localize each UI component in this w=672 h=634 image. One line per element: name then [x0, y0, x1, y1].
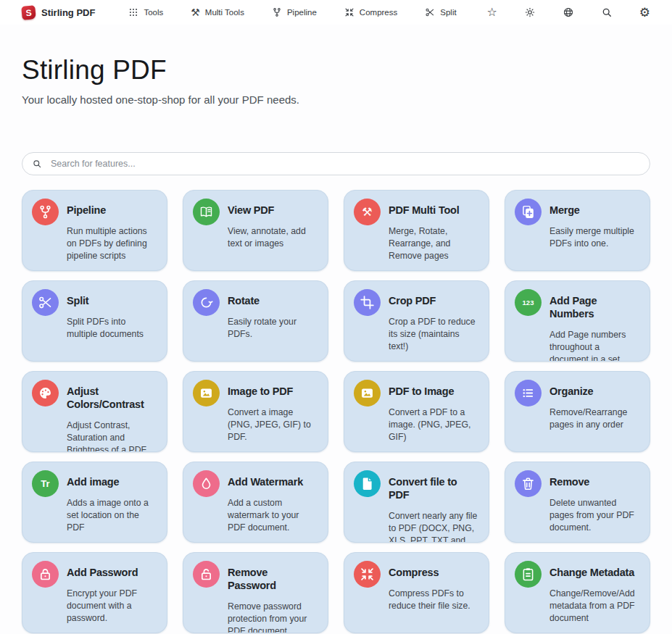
compress-icon — [354, 561, 381, 588]
search-input[interactable] — [49, 158, 640, 170]
sun-icon[interactable] — [524, 7, 536, 18]
tool-card-description: Encrypt your PDF document with a passwor… — [67, 588, 157, 624]
tool-card-title: Adjust Colors/Contrast — [67, 380, 157, 411]
search-icon — [32, 159, 42, 169]
tool-card[interactable]: Add Watermark Add a custom watermark to … — [183, 462, 328, 543]
tool-card[interactable]: Crop PDF Crop a PDF to reduce its size (… — [344, 280, 489, 362]
tool-card-description: Add a custom watermark to your PDF docum… — [228, 497, 318, 533]
tool-card-title: Rotate — [228, 289, 318, 307]
tool-card-title: Add Password — [67, 561, 157, 579]
tool-card[interactable]: 123 Add Page Numbers Add Page numbers th… — [505, 280, 650, 362]
image-icon — [193, 380, 220, 406]
tool-card-title: Compress — [389, 561, 479, 579]
tool-card-description: Easily merge multiple PDFs into one. — [549, 225, 640, 249]
tool-card-title: Add Watermark — [228, 470, 318, 488]
tool-card[interactable]: Add Password Encrypt your PDF document w… — [22, 552, 167, 633]
trash-icon — [515, 470, 542, 497]
pipeline-icon — [272, 7, 282, 17]
tool-card-title: Merge — [549, 199, 640, 217]
nav-item-label: Split — [440, 8, 456, 17]
multi-tools-icon: ⚒ — [354, 199, 381, 225]
clipboard-icon — [515, 561, 542, 588]
tool-card[interactable]: Image to PDF Convert a image (PNG, JPEG,… — [183, 371, 328, 452]
tool-card[interactable]: Remove Delete unwanted pages from your P… — [505, 462, 650, 543]
tool-card-description: Merge, Rotate, Rearrange, and Remove pag… — [389, 225, 479, 262]
book-icon — [193, 199, 220, 225]
tool-card-title: Add image — [67, 470, 157, 488]
tool-card-description: Split PDFs into multiple documents — [67, 316, 157, 340]
tool-card-title: Pipeline — [67, 199, 157, 217]
nav-item-pipeline[interactable]: Pipeline — [272, 7, 317, 17]
tool-card-description: Delete unwanted pages from your PDF docu… — [549, 497, 640, 533]
tool-card-description: Add Page numbers throughout a document i… — [549, 329, 640, 362]
tool-card-description: Compress PDFs to reduce their file size. — [389, 588, 479, 612]
tool-card[interactable]: Organize Remove/Rearrange pages in any o… — [505, 371, 650, 452]
pipeline-icon — [32, 199, 59, 225]
tool-card[interactable]: Adjust Colors/Contrast Adjust Contrast, … — [22, 371, 167, 452]
nav-menu: Tools ⚒ Multi Tools Pipeline Compress Sp… — [128, 7, 456, 17]
tool-card-description: Convert nearly any file to PDF (DOCX, PN… — [389, 510, 479, 543]
tool-card-description: Run multiple actions on PDFs by defining… — [67, 225, 157, 262]
tool-card-description: Convert a PDF to a image. (PNG, JPEG, GI… — [389, 406, 479, 443]
navbar: S Stirling PDF Tools ⚒ Multi Tools Pipel… — [0, 0, 672, 25]
globe-icon[interactable] — [563, 7, 574, 18]
nav-item-split[interactable]: Split — [425, 7, 456, 17]
tool-card-description: Remove password protection from your PDF… — [228, 601, 318, 633]
tool-card-description: Convert a image (PNG, JPEG, GIF) to PDF. — [228, 406, 318, 443]
tool-card-title: Change Metadata — [549, 561, 640, 579]
nav-item-label: Tools — [144, 8, 163, 17]
rotate-icon — [193, 289, 220, 316]
tool-card-title: View PDF — [228, 199, 318, 217]
unlock-icon — [193, 561, 220, 588]
tool-card[interactable]: Convert file to PDF Convert nearly any f… — [344, 462, 489, 543]
tool-card[interactable]: ⚒ PDF Multi Tool Merge, Rotate, Rearrang… — [344, 190, 489, 271]
page-subtitle: Your locally hosted one-stop-shop for al… — [22, 93, 650, 106]
tools-grid: Pipeline Run multiple actions on PDFs by… — [22, 190, 650, 633]
palette-icon — [32, 380, 59, 406]
nav-item-label: Compress — [360, 8, 397, 17]
tool-card-title: PDF Multi Tool — [389, 199, 479, 217]
tool-card-title: Remove Password — [228, 561, 318, 592]
tool-card[interactable]: Rotate Easily rotate your PDFs. — [183, 280, 328, 362]
tool-card-description: Adjust Contrast, Saturation and Brightne… — [67, 420, 157, 452]
tool-card-description: Adds a image onto a set location on the … — [67, 497, 157, 533]
scissors-icon — [425, 7, 435, 17]
tool-card[interactable]: PDF to Image Convert a PDF to a image. (… — [344, 371, 489, 452]
organize-list-icon — [515, 380, 542, 406]
gear-icon[interactable]: ⚙ — [639, 7, 650, 19]
brand[interactable]: S Stirling PDF — [22, 6, 95, 20]
tool-card-description: Easily rotate your PDFs. — [228, 316, 318, 340]
tool-card[interactable]: Split Split PDFs into multiple documents — [22, 280, 167, 362]
stirling-logo-icon: S — [21, 5, 36, 20]
nav-item-multi-tools[interactable]: ⚒ Multi Tools — [191, 7, 244, 17]
tool-card[interactable]: Merge Easily merge multiple PDFs into on… — [505, 190, 650, 271]
nav-item-label: Pipeline — [287, 8, 317, 17]
page-title: Stirling PDF — [22, 55, 650, 85]
tool-card[interactable]: View PDF View, annotate, add text or ima… — [183, 190, 328, 271]
tr-text-icon: Tr — [32, 470, 59, 497]
scissors-icon — [32, 289, 59, 316]
tool-card[interactable]: Change Metadata Change/Remove/Add metada… — [505, 552, 650, 633]
tool-card[interactable]: Tr Add image Adds a image onto a set loc… — [22, 462, 167, 543]
tool-card[interactable]: Compress Compress PDFs to reduce their f… — [344, 552, 489, 633]
lock-icon — [32, 561, 59, 588]
tool-card-description: Crop a PDF to reduce its size (maintains… — [389, 316, 479, 352]
tool-card-title: Remove — [549, 470, 640, 488]
tool-card-title: PDF to Image — [389, 380, 479, 398]
nav-item-tools[interactable]: Tools — [128, 7, 163, 17]
brand-name: Stirling PDF — [41, 7, 95, 18]
tool-card[interactable]: Pipeline Run multiple actions on PDFs by… — [22, 190, 167, 271]
image-icon — [354, 380, 381, 406]
nav-actions: ☆ ⚙ — [486, 7, 650, 19]
nav-item-compress[interactable]: Compress — [344, 7, 397, 17]
search-icon[interactable] — [601, 7, 613, 18]
feature-search[interactable] — [22, 152, 650, 175]
grid-dots-icon — [128, 7, 138, 17]
file-icon — [354, 470, 381, 497]
nav-item-label: Multi Tools — [205, 8, 244, 17]
tool-card-title: Crop PDF — [389, 289, 479, 307]
tool-card[interactable]: Remove Password Remove password protecti… — [183, 552, 328, 633]
multi-tools-icon: ⚒ — [191, 7, 200, 17]
tool-card-description: Remove/Rearrange pages in any order — [549, 406, 640, 430]
star-icon[interactable]: ☆ — [486, 7, 497, 18]
